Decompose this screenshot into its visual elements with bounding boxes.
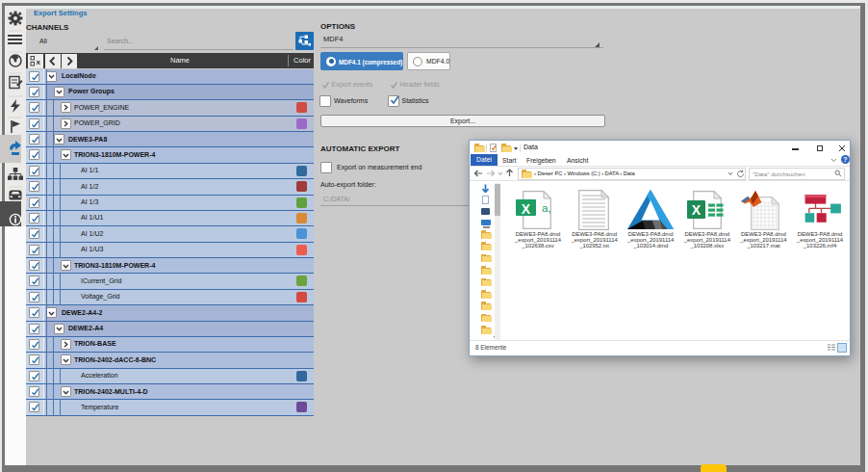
svg-text:X: X [692,202,702,218]
svg-text:a,: a, [542,202,551,214]
svg-text:X: X [522,201,531,217]
svg-text:x: x [37,58,41,66]
